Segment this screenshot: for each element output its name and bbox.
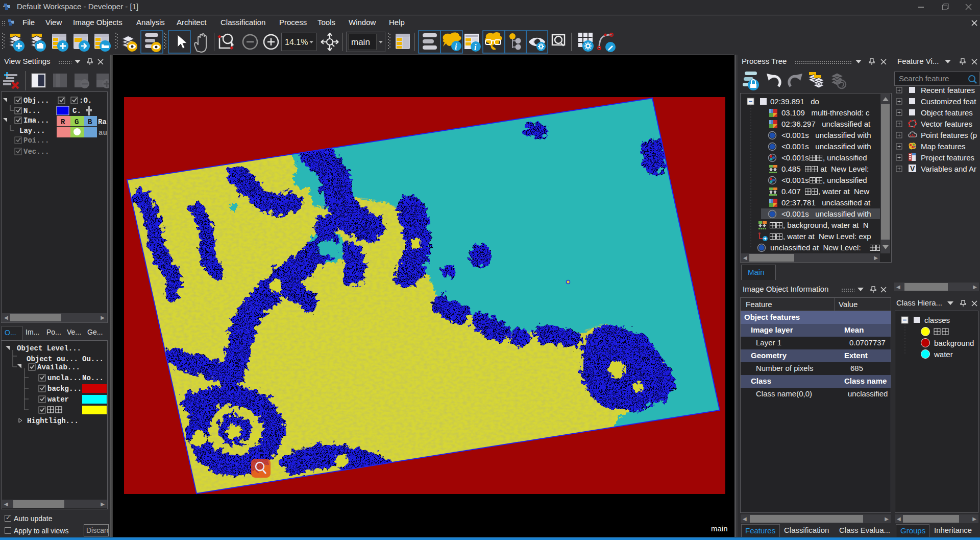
svg-text:<0.001s unclassified with: <0.001s unclassified with <box>781 209 871 218</box>
svg-text:Vec...: Vec... <box>23 148 49 156</box>
svg-text:02:36.297 unclassified at: 02:36.297 unclassified at <box>781 120 871 128</box>
svg-text:0.407: 0.407 <box>781 187 801 196</box>
svg-text:at New Level:: at New Level: <box>818 165 869 173</box>
svg-text:uncla...: uncla... <box>47 374 82 382</box>
svg-text:R: R <box>61 118 65 126</box>
svg-text:, water at New: , water at New <box>818 187 869 196</box>
svg-text:Object features: Object features <box>921 108 973 117</box>
svg-text:No...: No... <box>82 374 104 382</box>
svg-text:02:39.891 do: 02:39.891 do <box>770 97 819 106</box>
svg-text:Point features (p: Point features (p <box>921 131 977 139</box>
svg-text:water: water <box>934 350 953 359</box>
svg-text:Customized feat: Customized feat <box>921 97 976 106</box>
svg-text:02:37.781 unclassified at: 02:37.781 unclassified at <box>781 198 871 207</box>
svg-text:<0.001s unclassified with: <0.001s unclassified with <box>781 131 871 139</box>
svg-text:Vector features: Vector features <box>921 120 972 128</box>
svg-text:Project features: Project features <box>921 153 974 162</box>
svg-text:i: i <box>455 42 457 51</box>
svg-text:Availab...: Availab... <box>37 363 80 371</box>
svg-text:Recent features: Recent features <box>921 86 975 95</box>
svg-text:Ima...: Ima... <box>23 116 49 125</box>
svg-text:Ra: Ra <box>98 118 107 126</box>
svg-text:<0.001s: <0.001s <box>781 153 809 162</box>
svg-text:, water at New Level: exp: , water at New Level: exp <box>783 232 871 241</box>
svg-text:Hightligh...: Hightligh... <box>27 417 79 425</box>
svg-text:C.: C. <box>72 107 81 115</box>
svg-text:N...: N... <box>23 107 41 115</box>
svg-text:<0.001s: <0.001s <box>781 176 809 184</box>
svg-text:Obj...: Obj... <box>23 97 49 105</box>
svg-text:main: main <box>351 37 370 47</box>
svg-text:backg...: backg... <box>47 385 82 393</box>
svg-text:Variables and Ar: Variables and Ar <box>921 165 976 173</box>
svg-text:G: G <box>75 118 79 126</box>
svg-text:water: water <box>47 395 69 404</box>
svg-text:14.1%: 14.1% <box>285 38 308 46</box>
svg-text:unclassified at New Level:: unclassified at New Level: <box>770 243 861 252</box>
svg-text::O.: :O. <box>79 97 92 105</box>
svg-text:03.109 multi-threshold: c: 03.109 multi-threshold: c <box>781 108 870 117</box>
svg-text:, background, water at N: , background, water at N <box>783 221 869 229</box>
svg-text:Object ou...: Object ou... <box>27 355 78 363</box>
svg-text:classes: classes <box>924 316 950 324</box>
svg-text:V: V <box>910 165 915 173</box>
svg-text:, unclassified: , unclassified <box>823 153 867 162</box>
svg-text:, unclassified: , unclassified <box>823 176 867 184</box>
svg-text:0.485: 0.485 <box>781 165 801 173</box>
svg-text:background: background <box>934 339 974 347</box>
svg-text:B: B <box>88 118 92 126</box>
svg-text:Ou...: Ou... <box>82 355 104 363</box>
svg-text:Poi...: Poi... <box>23 136 49 145</box>
svg-text:Object Level...: Object Level... <box>17 344 81 353</box>
svg-text:<0.001s unclassified with: <0.001s unclassified with <box>781 142 871 151</box>
svg-text:Lay...: Lay... <box>19 127 45 135</box>
svg-text:Map features: Map features <box>921 142 966 151</box>
svg-text:au: au <box>99 129 107 137</box>
svg-text:i: i <box>474 43 477 52</box>
